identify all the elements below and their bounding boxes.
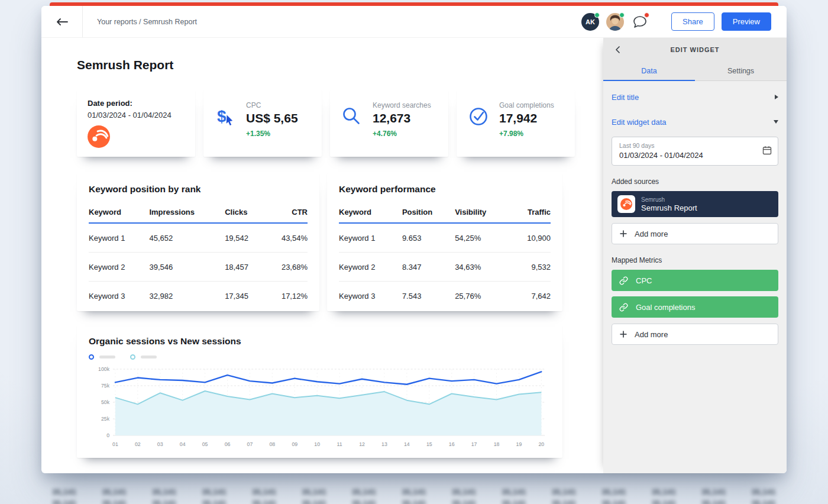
table-row: Keyword 145,65219,54243,54% xyxy=(89,223,308,253)
svg-text:19: 19 xyxy=(516,441,522,447)
svg-text:0: 0 xyxy=(106,432,109,438)
link-icon xyxy=(619,303,628,312)
preview-button[interactable]: Preview xyxy=(722,12,771,31)
legend-new-sessions-dot xyxy=(130,354,135,360)
online-status-dot xyxy=(619,12,625,18)
mapped-metric-goal-completions[interactable]: Goal completions xyxy=(612,296,778,318)
svg-text:11: 11 xyxy=(337,441,342,447)
svg-text:20: 20 xyxy=(539,441,545,447)
svg-text:09: 09 xyxy=(292,441,297,447)
search-icon xyxy=(341,99,366,138)
back-button[interactable] xyxy=(41,6,83,37)
chat-button[interactable] xyxy=(631,13,649,31)
add-source-button[interactable]: Add more xyxy=(612,223,778,244)
table-cell: Keyword 2 xyxy=(89,253,149,282)
column-header: Traffic xyxy=(510,201,551,223)
dollar-cursor-icon: $ xyxy=(214,99,239,138)
table-title: Keyword position by rank xyxy=(89,184,308,195)
panel-tabs: Data Settings xyxy=(603,62,787,81)
keyword-performance-table-card[interactable]: Keyword performance KeywordPositionVisib… xyxy=(327,173,562,311)
link-icon xyxy=(619,276,628,285)
user-photo-avatar[interactable] xyxy=(606,13,624,31)
table-row: Keyword 332,98217,34517,12% xyxy=(89,282,308,311)
table-header-row: KeywordImpressionsClicksCTR xyxy=(89,201,308,223)
semrush-source-card[interactable]: Semrush Semrush Report xyxy=(612,191,778,217)
svg-text:100k: 100k xyxy=(98,366,110,372)
table-cell: 9.653 xyxy=(402,223,455,253)
table-row: Keyword 19.65354,25%10,900 xyxy=(339,223,551,253)
metric-label: CPC xyxy=(636,276,652,285)
kpi-card-keyword-searches[interactable]: Keyword searches 12,673 +4.76% xyxy=(330,90,448,157)
mapped-metrics-label: Mapped Metrics xyxy=(612,256,778,264)
panel-back-button[interactable] xyxy=(615,38,620,62)
kpi-card-goal-completions[interactable]: Goal completions 17,942 +7.98% xyxy=(457,90,575,157)
tab-data[interactable]: Data xyxy=(603,62,695,81)
sessions-chart-card[interactable]: Organic sessions vs New sessions 025k50k… xyxy=(77,325,562,458)
legend-organic-sessions-label xyxy=(99,356,115,358)
check-circle-icon xyxy=(467,99,492,138)
svg-text:13: 13 xyxy=(381,441,387,447)
table-cell: 10,900 xyxy=(510,223,551,253)
top-bar-actions: AK xyxy=(581,12,787,31)
panel-title: EDIT WIDGET xyxy=(603,46,787,53)
table-cell: 23,68% xyxy=(264,253,308,282)
blurred-background-row: 35,14135,14135,14135,14135,14135,14135,1… xyxy=(52,499,776,504)
edit-title-row[interactable]: Edit title xyxy=(612,85,778,109)
table-cell: 32,982 xyxy=(149,282,225,311)
sessions-line-chart: 025k50k75k100k01020304050607080910111213… xyxy=(89,364,551,454)
column-header: Visibility xyxy=(455,201,510,223)
online-status-dot xyxy=(594,12,600,18)
avatar-initials[interactable]: AK xyxy=(581,13,599,31)
table-cell: Keyword 3 xyxy=(89,282,149,311)
table-cell: 7,642 xyxy=(510,282,551,311)
table-cell: 7.543 xyxy=(402,282,455,311)
svg-text:15: 15 xyxy=(426,441,432,447)
table-cell: 18,457 xyxy=(225,253,264,282)
svg-text:06: 06 xyxy=(225,441,231,447)
table-cell: Keyword 1 xyxy=(89,223,149,253)
calendar-icon xyxy=(762,146,772,157)
page-title: Semrush Report xyxy=(77,58,603,72)
keyword-position-table-card[interactable]: Keyword position by rank KeywordImpressi… xyxy=(77,173,319,311)
svg-text:10: 10 xyxy=(314,441,320,447)
add-more-label: Add more xyxy=(635,230,668,238)
chart-legend xyxy=(89,354,551,360)
report-canvas: Semrush Report Date period: 01/03/2024 -… xyxy=(41,38,603,473)
mapped-metric-cpc[interactable]: CPC xyxy=(612,270,778,291)
background-table-blur: 35,14135,14135,14135,14135,14135,14135,1… xyxy=(52,487,776,504)
keyword-performance-table: KeywordPositionVisibilityTraffic Keyword… xyxy=(339,201,551,310)
table-cell: 54,25% xyxy=(455,223,510,253)
column-header: Clicks xyxy=(225,201,264,223)
svg-text:17: 17 xyxy=(471,441,477,447)
edit-widget-data-row[interactable]: Edit widget data xyxy=(612,109,778,134)
edit-title-label: Edit title xyxy=(612,93,639,102)
legend-organic-sessions-dot xyxy=(89,354,94,360)
add-metric-button[interactable]: Add more xyxy=(612,324,778,345)
kpi-card-cpc[interactable]: $ CPC US$ 5,65 +1.35% xyxy=(203,90,322,157)
kpi-delta: +1.35% xyxy=(246,130,298,138)
panel-body: Edit title Edit widget data Last 90 days… xyxy=(603,81,787,353)
edit-widget-data-label: Edit widget data xyxy=(612,118,667,127)
panel-header: EDIT WIDGET Data Settings xyxy=(603,38,787,81)
semrush-logo-icon xyxy=(88,125,185,150)
svg-text:03: 03 xyxy=(157,441,163,447)
keyword-position-table: KeywordImpressionsClicksCTR Keyword 145,… xyxy=(89,201,308,310)
svg-text:01: 01 xyxy=(112,441,118,447)
share-button[interactable]: Share xyxy=(671,12,714,31)
kpi-value: 17,942 xyxy=(499,111,554,125)
svg-text:02: 02 xyxy=(135,441,141,447)
tab-settings[interactable]: Settings xyxy=(695,62,787,81)
date-range-picker[interactable]: Last 90 days 01/03/2024 - 01/04/2024 xyxy=(612,137,778,166)
column-header: Position xyxy=(402,201,455,223)
top-bar: Your reports / Semrush Report AK xyxy=(41,6,787,38)
date-range-value: 01/03/2024 - 01/04/2024 xyxy=(619,151,756,160)
date-period-card[interactable]: Date period: 01/03/2024 - 01/04/2024 xyxy=(77,90,195,157)
svg-text:08: 08 xyxy=(269,441,275,447)
table-cell: Keyword 2 xyxy=(339,253,402,282)
source-name: Semrush Report xyxy=(641,203,697,212)
column-header: CTR xyxy=(264,201,308,223)
table-cell: 39,546 xyxy=(149,253,225,282)
table-cell: 45,652 xyxy=(149,223,225,253)
edit-widget-panel: EDIT WIDGET Data Settings Edit title Edi… xyxy=(603,38,787,473)
table-cell: 34,63% xyxy=(455,253,510,282)
